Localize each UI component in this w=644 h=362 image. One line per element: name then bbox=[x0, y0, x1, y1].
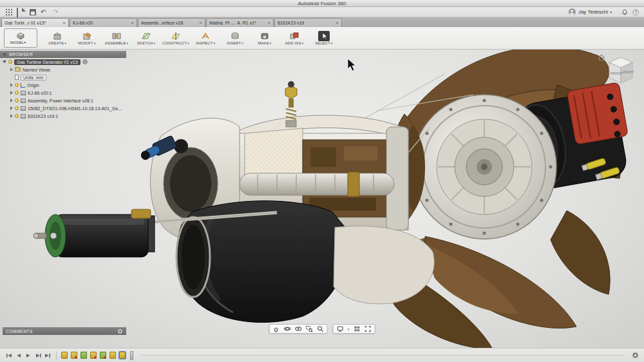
ribbon-group-assemble[interactable]: ASSEMBLE▾ bbox=[102, 28, 131, 48]
browser-item-units[interactable]: Units: mm bbox=[0, 73, 135, 81]
ribbon-group-select[interactable]: SELECT▾ bbox=[309, 28, 339, 48]
ribbon-group-create[interactable]: CREATE▾ bbox=[43, 28, 72, 48]
activate-component-icon[interactable] bbox=[82, 59, 88, 64]
chevron-down-icon: ▾ bbox=[242, 41, 243, 45]
expand-arrow-icon[interactable] bbox=[10, 83, 13, 87]
browser-item-component[interactable]: KJ-66 v20:1 bbox=[0, 89, 135, 97]
timeline-feature-icon[interactable] bbox=[90, 352, 97, 359]
play-icon[interactable] bbox=[24, 352, 32, 359]
close-icon[interactable]: × bbox=[267, 20, 270, 26]
timeline-feature-icon[interactable] bbox=[119, 352, 126, 359]
ribbon-toolbar: MODEL▾ CREATE▾ MODIFY▾ ASSEMBLE▾ SKETCH▾… bbox=[0, 27, 644, 50]
step-forward-icon[interactable] bbox=[34, 352, 42, 359]
viewcube-right-label[interactable]: RIGHT bbox=[623, 70, 634, 74]
timeline-feature-icon[interactable] bbox=[100, 352, 106, 359]
units-icon bbox=[15, 75, 19, 80]
step-back-icon[interactable] bbox=[15, 352, 23, 359]
timeline-position-marker[interactable] bbox=[130, 351, 133, 360]
navigation-bar: ▾ bbox=[269, 324, 375, 334]
expand-arrow-icon[interactable] bbox=[3, 61, 6, 63]
grid-layout-icon[interactable] bbox=[353, 325, 360, 332]
orbit-icon[interactable] bbox=[284, 325, 291, 332]
display-settings-group: ▾ bbox=[333, 324, 375, 334]
chevron-right-icon[interactable] bbox=[119, 53, 122, 57]
help-icon[interactable]: ? bbox=[632, 9, 639, 15]
close-icon[interactable]: × bbox=[199, 20, 202, 26]
workspace-selector[interactable]: MODEL▾ bbox=[4, 28, 37, 48]
ribbon-group-inspect[interactable]: INSPECT▾ bbox=[191, 28, 220, 48]
chevron-down-icon[interactable]: ▾ bbox=[348, 327, 350, 331]
timeline-feature-icon[interactable] bbox=[109, 352, 116, 359]
folder-icon bbox=[15, 68, 21, 71]
document-tab[interactable]: Gas Turbi...r 01 v13* × bbox=[1, 18, 69, 27]
skip-to-end-icon[interactable] bbox=[44, 352, 52, 359]
expand-arrow-icon[interactable] bbox=[10, 106, 13, 110]
browser-item-named-views[interactable]: Named Views bbox=[0, 66, 135, 73]
visibility-bulb-icon[interactable] bbox=[15, 83, 19, 87]
save-icon[interactable] bbox=[30, 9, 36, 15]
timeline-feature-icon[interactable] bbox=[80, 352, 87, 359]
browser-item-component[interactable]: Assembly, Power Interface v28:1 bbox=[0, 97, 135, 104]
expand-arrow-icon[interactable] bbox=[10, 91, 13, 95]
modify-icon bbox=[81, 31, 93, 41]
lower-cowl[interactable] bbox=[334, 226, 434, 304]
close-icon[interactable]: × bbox=[336, 20, 339, 26]
timeline-bar bbox=[0, 348, 644, 362]
document-tab[interactable]: 8331K23 v19 × bbox=[274, 18, 342, 27]
collapse-icon[interactable] bbox=[3, 53, 6, 56]
assemble-icon bbox=[111, 31, 122, 41]
visibility-bulb-icon[interactable] bbox=[8, 60, 12, 64]
ribbon-group-insert[interactable]: INSERT▾ bbox=[220, 28, 250, 48]
skip-to-start-icon[interactable] bbox=[5, 352, 13, 359]
viewport[interactable]: BROWSER Gas Turbine Generator 01 v13 Nam… bbox=[0, 50, 644, 348]
expand-arrow-icon[interactable] bbox=[10, 99, 13, 102]
compressor-housing[interactable] bbox=[412, 95, 556, 239]
browser-item-component[interactable]: 8331K23 v19:1 bbox=[0, 112, 135, 120]
expand-arrow-icon[interactable] bbox=[10, 114, 13, 118]
viewcube-front-label[interactable]: FRONT bbox=[611, 71, 623, 75]
display-settings-icon[interactable] bbox=[337, 325, 344, 332]
user-name[interactable]: Jay Tedeschi bbox=[578, 9, 608, 15]
close-icon[interactable]: × bbox=[131, 20, 134, 26]
comments-bar[interactable]: COMMENTS bbox=[3, 327, 126, 335]
browser-header[interactable]: BROWSER bbox=[0, 51, 126, 58]
browser-root-item[interactable]: Gas Turbine Generator 01 v13 bbox=[0, 58, 135, 66]
timeline-feature-icon[interactable] bbox=[71, 352, 77, 359]
timeline-feature-icon[interactable] bbox=[61, 352, 68, 359]
component-icon bbox=[21, 91, 26, 95]
notifications-icon[interactable] bbox=[621, 8, 629, 16]
browser-item-component[interactable]: 15082_DTSO1-096-HSM1-10.18.13-A01_Ge... bbox=[0, 104, 135, 112]
visibility-bulb-icon[interactable] bbox=[15, 106, 19, 110]
timeline-settings-icon[interactable] bbox=[632, 352, 639, 359]
timeline-track[interactable] bbox=[142, 355, 623, 356]
viewcube[interactable]: FRONT RIGHT bbox=[596, 52, 638, 93]
chevron-down-icon[interactable]: ▾ bbox=[610, 10, 612, 14]
document-tab[interactable]: Assembl...erface v28 × bbox=[138, 18, 205, 27]
zoom-window-icon[interactable] bbox=[306, 325, 313, 332]
redo-icon[interactable]: ↷ bbox=[53, 8, 61, 16]
root-component-label[interactable]: Gas Turbine Generator 01 v13 bbox=[14, 59, 80, 65]
ribbon-group-construct[interactable]: CONSTRUCT▾ bbox=[161, 28, 191, 48]
pan-icon[interactable] bbox=[273, 325, 280, 332]
document-tab[interactable]: Mating_Pt ..._A_R1 v1* × bbox=[206, 18, 274, 27]
comments-settings-icon[interactable] bbox=[117, 329, 123, 334]
browser-item-origin[interactable]: Origin bbox=[0, 81, 135, 89]
document-tab[interactable]: KJ-66 v20 × bbox=[70, 18, 137, 27]
undo-icon[interactable]: ↶ bbox=[41, 8, 48, 16]
visibility-bulb-icon[interactable] bbox=[15, 114, 19, 118]
ribbon-group-addins[interactable]: ADD-INS▾ bbox=[279, 28, 309, 48]
ribbon-group-sketch[interactable]: SKETCH▾ bbox=[131, 28, 161, 48]
ribbon-group-modify[interactable]: MODIFY▾ bbox=[72, 28, 102, 48]
expand-arrow-icon[interactable] bbox=[10, 68, 13, 71]
close-icon[interactable]: × bbox=[62, 20, 66, 26]
app-launcher-icon[interactable] bbox=[5, 8, 12, 15]
model-workspace-icon bbox=[16, 32, 25, 40]
zoom-icon[interactable] bbox=[317, 325, 324, 332]
fullscreen-icon[interactable] bbox=[364, 325, 371, 332]
visibility-bulb-icon[interactable] bbox=[15, 99, 19, 102]
ribbon-group-make[interactable]: MAKE▾ bbox=[250, 28, 279, 48]
visibility-bulb-icon[interactable] bbox=[15, 91, 19, 95]
home-icon[interactable] bbox=[598, 55, 605, 61]
look-at-icon[interactable] bbox=[295, 325, 302, 332]
user-avatar[interactable] bbox=[569, 8, 576, 15]
